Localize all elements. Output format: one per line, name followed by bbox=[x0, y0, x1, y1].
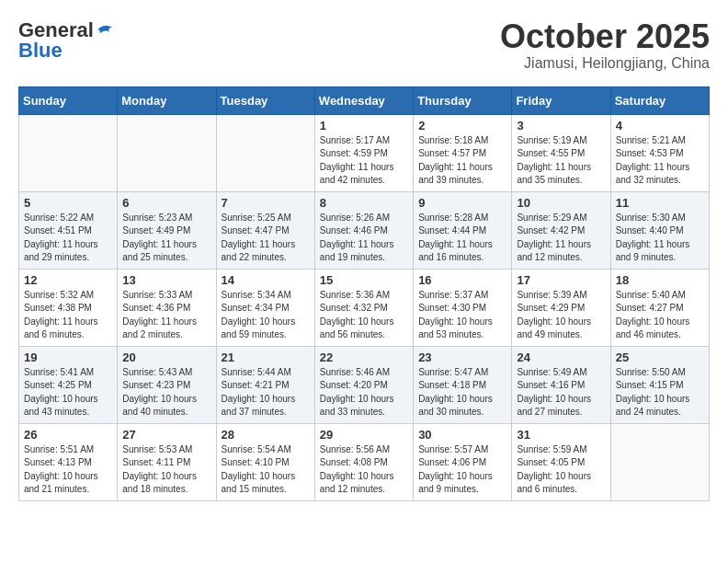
day-number: 5 bbox=[24, 196, 112, 210]
calendar-cell: 29Sunrise: 5:56 AM Sunset: 4:08 PM Dayli… bbox=[314, 423, 413, 500]
day-info: Sunrise: 5:23 AM Sunset: 4:49 PM Dayligh… bbox=[122, 212, 210, 265]
day-info: Sunrise: 5:29 AM Sunset: 4:42 PM Dayligh… bbox=[517, 212, 605, 265]
calendar-cell: 10Sunrise: 5:29 AM Sunset: 4:42 PM Dayli… bbox=[512, 191, 610, 269]
day-number: 31 bbox=[517, 428, 605, 442]
calendar-cell: 1Sunrise: 5:17 AM Sunset: 4:59 PM Daylig… bbox=[314, 114, 413, 191]
day-info: Sunrise: 5:30 AM Sunset: 4:40 PM Dayligh… bbox=[616, 212, 704, 265]
day-info: Sunrise: 5:36 AM Sunset: 4:32 PM Dayligh… bbox=[320, 289, 408, 342]
day-number: 8 bbox=[320, 196, 408, 210]
calendar-cell: 18Sunrise: 5:40 AM Sunset: 4:27 PM Dayli… bbox=[610, 269, 709, 346]
day-number: 19 bbox=[24, 350, 112, 364]
calendar-cell: 4Sunrise: 5:21 AM Sunset: 4:53 PM Daylig… bbox=[610, 114, 709, 191]
day-info: Sunrise: 5:46 AM Sunset: 4:20 PM Dayligh… bbox=[320, 366, 408, 419]
calendar-cell: 22Sunrise: 5:46 AM Sunset: 4:20 PM Dayli… bbox=[314, 346, 413, 423]
calendar-cell: 7Sunrise: 5:25 AM Sunset: 4:47 PM Daylig… bbox=[216, 191, 314, 269]
calendar-cell bbox=[118, 114, 216, 191]
day-number: 1 bbox=[320, 119, 408, 132]
day-number: 10 bbox=[517, 196, 605, 210]
day-number: 30 bbox=[418, 428, 506, 442]
calendar-cell: 23Sunrise: 5:47 AM Sunset: 4:18 PM Dayli… bbox=[414, 346, 512, 423]
calendar-week-row: 26Sunrise: 5:51 AM Sunset: 4:13 PM Dayli… bbox=[19, 423, 710, 500]
calendar-cell: 20Sunrise: 5:43 AM Sunset: 4:23 PM Dayli… bbox=[118, 346, 216, 423]
day-info: Sunrise: 5:39 AM Sunset: 4:29 PM Dayligh… bbox=[517, 289, 605, 342]
calendar-week-row: 12Sunrise: 5:32 AM Sunset: 4:38 PM Dayli… bbox=[19, 269, 710, 346]
weekday-header-saturday: Saturday bbox=[610, 86, 709, 114]
day-info: Sunrise: 5:53 AM Sunset: 4:11 PM Dayligh… bbox=[122, 443, 210, 497]
day-number: 22 bbox=[320, 350, 408, 364]
calendar-cell: 15Sunrise: 5:36 AM Sunset: 4:32 PM Dayli… bbox=[314, 269, 413, 346]
day-info: Sunrise: 5:21 AM Sunset: 4:53 PM Dayligh… bbox=[616, 134, 704, 188]
calendar-cell: 14Sunrise: 5:34 AM Sunset: 4:34 PM Dayli… bbox=[216, 269, 314, 346]
weekday-header-thursday: Thursday bbox=[414, 86, 512, 114]
weekday-header-sunday: Sunday bbox=[19, 86, 118, 114]
weekday-header-tuesday: Tuesday bbox=[216, 86, 314, 114]
day-number: 25 bbox=[616, 350, 704, 364]
calendar-cell: 6Sunrise: 5:23 AM Sunset: 4:49 PM Daylig… bbox=[118, 191, 216, 269]
page-header: General Blue October 2025 Jiamusi, Heilo… bbox=[18, 18, 710, 72]
day-number: 11 bbox=[616, 196, 704, 210]
day-number: 7 bbox=[222, 196, 310, 210]
day-number: 13 bbox=[122, 273, 210, 287]
day-number: 6 bbox=[122, 196, 210, 210]
day-info: Sunrise: 5:49 AM Sunset: 4:16 PM Dayligh… bbox=[517, 366, 605, 419]
calendar-table: SundayMondayTuesdayWednesdayThursdayFrid… bbox=[18, 86, 710, 501]
day-info: Sunrise: 5:44 AM Sunset: 4:21 PM Dayligh… bbox=[222, 366, 310, 419]
day-number: 14 bbox=[222, 273, 310, 287]
day-number: 23 bbox=[418, 350, 506, 364]
day-number: 3 bbox=[517, 119, 605, 132]
calendar-cell: 5Sunrise: 5:22 AM Sunset: 4:51 PM Daylig… bbox=[19, 191, 118, 269]
calendar-cell: 3Sunrise: 5:19 AM Sunset: 4:55 PM Daylig… bbox=[512, 114, 610, 191]
calendar-week-row: 5Sunrise: 5:22 AM Sunset: 4:51 PM Daylig… bbox=[19, 191, 710, 269]
logo: General Blue bbox=[18, 18, 114, 63]
calendar-cell: 24Sunrise: 5:49 AM Sunset: 4:16 PM Dayli… bbox=[512, 346, 610, 423]
day-info: Sunrise: 5:28 AM Sunset: 4:44 PM Dayligh… bbox=[418, 212, 506, 265]
day-number: 27 bbox=[122, 428, 210, 442]
day-info: Sunrise: 5:18 AM Sunset: 4:57 PM Dayligh… bbox=[418, 134, 506, 188]
weekday-header-wednesday: Wednesday bbox=[314, 86, 413, 114]
day-info: Sunrise: 5:37 AM Sunset: 4:30 PM Dayligh… bbox=[418, 289, 506, 342]
calendar-cell bbox=[19, 114, 118, 191]
location-subtitle: Jiamusi, Heilongjiang, China bbox=[500, 55, 710, 72]
day-info: Sunrise: 5:57 AM Sunset: 4:06 PM Dayligh… bbox=[418, 443, 506, 497]
day-number: 29 bbox=[320, 428, 408, 442]
calendar-cell bbox=[610, 423, 709, 500]
day-info: Sunrise: 5:33 AM Sunset: 4:36 PM Dayligh… bbox=[122, 289, 210, 342]
calendar-header-row: SundayMondayTuesdayWednesdayThursdayFrid… bbox=[19, 86, 710, 114]
day-info: Sunrise: 5:43 AM Sunset: 4:23 PM Dayligh… bbox=[122, 366, 210, 419]
calendar-cell: 27Sunrise: 5:53 AM Sunset: 4:11 PM Dayli… bbox=[118, 423, 216, 500]
day-number: 12 bbox=[24, 273, 112, 287]
day-info: Sunrise: 5:54 AM Sunset: 4:10 PM Dayligh… bbox=[222, 443, 310, 497]
day-info: Sunrise: 5:59 AM Sunset: 4:05 PM Dayligh… bbox=[517, 443, 605, 497]
day-number: 4 bbox=[616, 119, 704, 132]
day-info: Sunrise: 5:51 AM Sunset: 4:13 PM Dayligh… bbox=[24, 443, 112, 497]
day-number: 15 bbox=[320, 273, 408, 287]
day-info: Sunrise: 5:34 AM Sunset: 4:34 PM Dayligh… bbox=[222, 289, 310, 342]
day-info: Sunrise: 5:47 AM Sunset: 4:18 PM Dayligh… bbox=[418, 366, 506, 419]
day-number: 9 bbox=[418, 196, 506, 210]
day-number: 28 bbox=[222, 428, 310, 442]
day-number: 26 bbox=[24, 428, 112, 442]
day-number: 21 bbox=[222, 350, 310, 364]
day-info: Sunrise: 5:50 AM Sunset: 4:15 PM Dayligh… bbox=[616, 366, 704, 419]
day-number: 20 bbox=[122, 350, 210, 364]
day-info: Sunrise: 5:17 AM Sunset: 4:59 PM Dayligh… bbox=[320, 134, 408, 188]
day-info: Sunrise: 5:19 AM Sunset: 4:55 PM Dayligh… bbox=[517, 134, 605, 188]
month-title: October 2025 bbox=[500, 18, 710, 55]
calendar-cell: 26Sunrise: 5:51 AM Sunset: 4:13 PM Dayli… bbox=[19, 423, 118, 500]
calendar-cell: 21Sunrise: 5:44 AM Sunset: 4:21 PM Dayli… bbox=[216, 346, 314, 423]
calendar-cell: 17Sunrise: 5:39 AM Sunset: 4:29 PM Dayli… bbox=[512, 269, 610, 346]
day-number: 17 bbox=[517, 273, 605, 287]
calendar-cell: 9Sunrise: 5:28 AM Sunset: 4:44 PM Daylig… bbox=[414, 191, 512, 269]
day-number: 24 bbox=[517, 350, 605, 364]
day-number: 2 bbox=[418, 119, 506, 132]
day-number: 18 bbox=[616, 273, 704, 287]
day-info: Sunrise: 5:40 AM Sunset: 4:27 PM Dayligh… bbox=[616, 289, 704, 342]
day-info: Sunrise: 5:41 AM Sunset: 4:25 PM Dayligh… bbox=[24, 366, 112, 419]
day-info: Sunrise: 5:26 AM Sunset: 4:46 PM Dayligh… bbox=[320, 212, 408, 265]
day-number: 16 bbox=[418, 273, 506, 287]
calendar-cell: 12Sunrise: 5:32 AM Sunset: 4:38 PM Dayli… bbox=[19, 269, 118, 346]
day-info: Sunrise: 5:56 AM Sunset: 4:08 PM Dayligh… bbox=[320, 443, 408, 497]
logo-blue-text: Blue bbox=[18, 39, 63, 63]
calendar-cell: 11Sunrise: 5:30 AM Sunset: 4:40 PM Dayli… bbox=[610, 191, 709, 269]
calendar-cell: 2Sunrise: 5:18 AM Sunset: 4:57 PM Daylig… bbox=[414, 114, 512, 191]
